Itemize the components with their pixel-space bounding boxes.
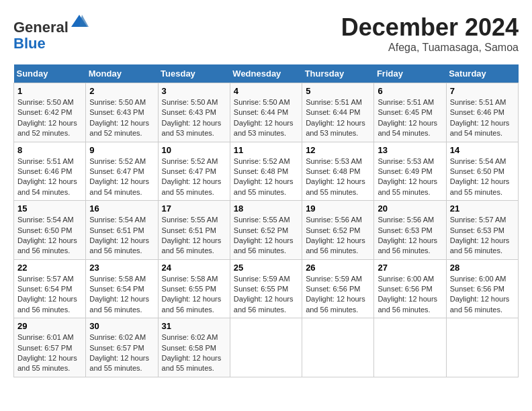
calendar-cell: 3 Sunrise: 5:50 AM Sunset: 6:43 PM Dayli… <box>158 83 230 142</box>
svg-marker-1 <box>79 15 89 27</box>
logo-icon <box>70 13 89 32</box>
calendar-cell: 16 Sunrise: 5:54 AM Sunset: 6:51 PM Dayl… <box>86 201 158 260</box>
day-info: Sunrise: 5:56 AM Sunset: 6:53 PM Dayligh… <box>378 215 442 257</box>
calendar-cell: 5 Sunrise: 5:51 AM Sunset: 6:44 PM Dayli… <box>302 83 374 142</box>
day-info: Sunrise: 5:50 AM Sunset: 6:43 PM Dayligh… <box>89 97 154 139</box>
day-info: Sunrise: 5:54 AM Sunset: 6:50 PM Dayligh… <box>17 215 82 257</box>
day-number: 11 <box>234 145 298 155</box>
calendar-cell: 18 Sunrise: 5:55 AM Sunset: 6:52 PM Dayl… <box>230 201 302 260</box>
calendar-cell: 2 Sunrise: 5:50 AM Sunset: 6:43 PM Dayli… <box>86 83 158 142</box>
day-info: Sunrise: 5:59 AM Sunset: 6:55 PM Dayligh… <box>234 274 298 316</box>
logo-general: General <box>13 19 69 36</box>
day-number: 4 <box>234 86 298 96</box>
calendar-cell: 19 Sunrise: 5:56 AM Sunset: 6:52 PM Dayl… <box>302 201 374 260</box>
day-info: Sunrise: 5:57 AM Sunset: 6:53 PM Dayligh… <box>450 215 515 257</box>
day-number: 23 <box>89 263 154 273</box>
day-number: 15 <box>17 203 82 214</box>
day-number: 13 <box>378 145 442 155</box>
calendar-cell: 27 Sunrise: 6:00 AM Sunset: 6:56 PM Dayl… <box>374 259 446 318</box>
day-info: Sunrise: 6:00 AM Sunset: 6:56 PM Dayligh… <box>450 274 515 316</box>
day-number: 27 <box>378 263 442 273</box>
day-number: 16 <box>89 203 154 214</box>
day-info: Sunrise: 5:51 AM Sunset: 6:44 PM Dayligh… <box>306 97 370 139</box>
day-info: Sunrise: 5:53 AM Sunset: 6:49 PM Dayligh… <box>378 156 442 198</box>
calendar-cell: 9 Sunrise: 5:52 AM Sunset: 6:47 PM Dayli… <box>86 142 158 201</box>
day-info: Sunrise: 5:54 AM Sunset: 6:50 PM Dayligh… <box>450 156 515 198</box>
weekday-header: Friday <box>374 64 446 83</box>
day-info: Sunrise: 5:56 AM Sunset: 6:52 PM Dayligh… <box>306 215 370 257</box>
weekday-header: Sunday <box>14 64 86 83</box>
calendar-cell: 13 Sunrise: 5:53 AM Sunset: 6:49 PM Dayl… <box>374 142 446 201</box>
calendar-week-row: 15 Sunrise: 5:54 AM Sunset: 6:50 PM Dayl… <box>14 201 519 260</box>
day-info: Sunrise: 5:52 AM Sunset: 6:47 PM Dayligh… <box>162 156 226 198</box>
day-info: Sunrise: 5:52 AM Sunset: 6:48 PM Dayligh… <box>234 156 298 198</box>
calendar-cell <box>302 318 374 377</box>
day-number: 5 <box>306 86 370 96</box>
day-info: Sunrise: 6:02 AM Sunset: 6:57 PM Dayligh… <box>89 332 154 374</box>
day-number: 30 <box>89 321 154 331</box>
day-info: Sunrise: 5:51 AM Sunset: 6:45 PM Dayligh… <box>378 97 442 139</box>
day-number: 19 <box>306 203 370 214</box>
calendar-cell: 30 Sunrise: 6:02 AM Sunset: 6:57 PM Dayl… <box>86 318 158 377</box>
weekday-header: Saturday <box>446 64 518 83</box>
day-number: 31 <box>162 321 226 331</box>
calendar-table: SundayMondayTuesdayWednesdayThursdayFrid… <box>13 64 519 377</box>
calendar-cell: 4 Sunrise: 5:50 AM Sunset: 6:44 PM Dayli… <box>230 83 302 142</box>
title-block: December 2024 Afega, Tuamasaga, Samoa <box>341 13 519 54</box>
calendar-cell: 28 Sunrise: 6:00 AM Sunset: 6:56 PM Dayl… <box>446 259 518 318</box>
day-number: 26 <box>306 263 370 273</box>
day-info: Sunrise: 5:50 AM Sunset: 6:42 PM Dayligh… <box>17 97 82 139</box>
day-info: Sunrise: 5:51 AM Sunset: 6:46 PM Dayligh… <box>17 156 82 198</box>
calendar-cell: 11 Sunrise: 5:52 AM Sunset: 6:48 PM Dayl… <box>230 142 302 201</box>
weekday-header: Monday <box>86 64 158 83</box>
weekday-header: Thursday <box>302 64 374 83</box>
weekday-header: Tuesday <box>158 64 230 83</box>
day-number: 14 <box>450 145 515 155</box>
day-number: 28 <box>450 263 515 273</box>
day-info: Sunrise: 5:51 AM Sunset: 6:46 PM Dayligh… <box>450 97 515 139</box>
calendar-week-row: 22 Sunrise: 5:57 AM Sunset: 6:54 PM Dayl… <box>14 259 519 318</box>
calendar-cell: 17 Sunrise: 5:55 AM Sunset: 6:51 PM Dayl… <box>158 201 230 260</box>
day-number: 24 <box>162 263 226 273</box>
weekday-header-row: SundayMondayTuesdayWednesdayThursdayFrid… <box>14 64 519 83</box>
logo-blue: Blue <box>13 35 46 52</box>
day-info: Sunrise: 5:58 AM Sunset: 6:55 PM Dayligh… <box>162 274 226 316</box>
day-info: Sunrise: 6:02 AM Sunset: 6:58 PM Dayligh… <box>162 332 226 374</box>
day-number: 12 <box>306 145 370 155</box>
day-number: 25 <box>234 263 298 273</box>
day-info: Sunrise: 5:57 AM Sunset: 6:54 PM Dayligh… <box>17 274 82 316</box>
calendar-cell: 26 Sunrise: 5:59 AM Sunset: 6:56 PM Dayl… <box>302 259 374 318</box>
calendar-cell: 1 Sunrise: 5:50 AM Sunset: 6:42 PM Dayli… <box>14 83 86 142</box>
day-number: 7 <box>450 86 515 96</box>
day-number: 8 <box>17 145 82 155</box>
month-title: December 2024 <box>341 13 519 42</box>
calendar-cell: 8 Sunrise: 5:51 AM Sunset: 6:46 PM Dayli… <box>14 142 86 201</box>
day-number: 9 <box>89 145 154 155</box>
calendar-cell <box>374 318 446 377</box>
calendar-cell: 25 Sunrise: 5:59 AM Sunset: 6:55 PM Dayl… <box>230 259 302 318</box>
day-number: 6 <box>378 86 442 96</box>
day-number: 10 <box>162 145 226 155</box>
calendar-cell <box>446 318 518 377</box>
calendar-week-row: 8 Sunrise: 5:51 AM Sunset: 6:46 PM Dayli… <box>14 142 519 201</box>
day-info: Sunrise: 5:58 AM Sunset: 6:54 PM Dayligh… <box>89 274 154 316</box>
day-number: 29 <box>17 321 82 331</box>
day-number: 20 <box>378 203 442 214</box>
location-title: Afega, Tuamasaga, Samoa <box>341 42 519 54</box>
calendar-cell: 15 Sunrise: 5:54 AM Sunset: 6:50 PM Dayl… <box>14 201 86 260</box>
calendar-week-row: 29 Sunrise: 6:01 AM Sunset: 6:57 PM Dayl… <box>14 318 519 377</box>
logo: General Blue <box>13 13 89 52</box>
weekday-header: Wednesday <box>230 64 302 83</box>
day-info: Sunrise: 5:50 AM Sunset: 6:44 PM Dayligh… <box>234 97 298 139</box>
day-number: 1 <box>17 86 82 96</box>
calendar-cell: 22 Sunrise: 5:57 AM Sunset: 6:54 PM Dayl… <box>14 259 86 318</box>
day-info: Sunrise: 6:00 AM Sunset: 6:56 PM Dayligh… <box>378 274 442 316</box>
calendar-cell: 7 Sunrise: 5:51 AM Sunset: 6:46 PM Dayli… <box>446 83 518 142</box>
page-header: General Blue December 2024 Afega, Tuamas… <box>13 13 519 54</box>
calendar-cell: 21 Sunrise: 5:57 AM Sunset: 6:53 PM Dayl… <box>446 201 518 260</box>
calendar-cell: 10 Sunrise: 5:52 AM Sunset: 6:47 PM Dayl… <box>158 142 230 201</box>
calendar-cell: 23 Sunrise: 5:58 AM Sunset: 6:54 PM Dayl… <box>86 259 158 318</box>
day-number: 21 <box>450 203 515 214</box>
calendar-cell: 24 Sunrise: 5:58 AM Sunset: 6:55 PM Dayl… <box>158 259 230 318</box>
calendar-cell <box>230 318 302 377</box>
